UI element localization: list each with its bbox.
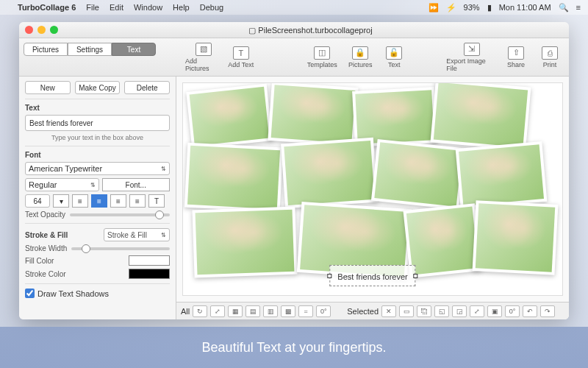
share-icon: ⇧ — [508, 46, 524, 60]
menu-debug[interactable]: Debug — [200, 3, 223, 12]
tab-pictures[interactable]: Pictures — [24, 43, 68, 56]
canvas-bottom-toolbar: All ↻ ⤢ ▦ ▤ ▥ ▩ = 0° Selected ✕ ▭ ⿻ ◱ ◲ … — [176, 302, 569, 319]
draw-shadows-checkbox[interactable]: Draw Text Shadows — [25, 289, 170, 298]
menu-file[interactable]: File — [86, 3, 99, 12]
font-panel-button[interactable]: Font... — [102, 178, 171, 191]
print-icon: ⎙ — [542, 46, 558, 60]
photo-tile[interactable] — [371, 139, 465, 210]
photo-tile[interactable] — [430, 82, 531, 151]
macos-menubar: TurboCollage 6 File Edit Window Help Deb… — [0, 0, 588, 15]
photo-tile[interactable] — [192, 207, 297, 278]
rotate-all-button[interactable]: 0° — [316, 305, 331, 317]
chevron-updown-icon: ⇅ — [161, 232, 166, 238]
add-text-button[interactable]: TAdd Text — [226, 46, 256, 68]
remove-selected-button[interactable]: ✕ — [381, 305, 396, 317]
font-section-heading: Font — [25, 151, 170, 159]
print-button[interactable]: ⎙Print — [535, 46, 564, 68]
chevron-down-icon[interactable]: ▾ — [53, 194, 69, 208]
tab-text[interactable]: Text — [112, 43, 156, 56]
new-text-button[interactable]: New — [25, 81, 71, 94]
stroke-color-label: Stroke Color — [25, 270, 66, 278]
stroke-width-label: Stroke Width — [25, 244, 67, 252]
grid-all-button[interactable]: ▦ — [228, 305, 243, 317]
tab-settings[interactable]: Settings — [68, 43, 112, 56]
bring-front-button[interactable]: ◲ — [452, 305, 467, 317]
close-window-button[interactable] — [25, 26, 33, 34]
stroke-mode-select[interactable]: Stroke & Fill⇅ — [104, 228, 170, 241]
share-button[interactable]: ⇧Share — [501, 46, 531, 68]
delete-text-button[interactable]: Delete — [124, 81, 170, 94]
align-justify-button[interactable]: ≡ — [129, 194, 146, 208]
selected-label: Selected — [347, 307, 379, 316]
text-box-button[interactable]: T — [148, 194, 165, 208]
spotlight-icon[interactable]: 🔍 — [559, 3, 569, 13]
export-button[interactable]: ⇲Export Image File — [446, 43, 497, 72]
battery-outline-icon: ▮ — [487, 3, 492, 13]
stroke-width-slider[interactable] — [71, 247, 170, 250]
add-pictures-button[interactable]: ▧Add Pictures — [185, 43, 222, 72]
battery-percent: 93% — [464, 3, 480, 12]
font-style-select[interactable]: Regular⇅ — [25, 178, 99, 191]
clock[interactable]: Mon 11:00 AM — [499, 3, 551, 12]
frame-selected-button[interactable]: ▭ — [399, 305, 414, 317]
opacity-slider[interactable] — [70, 213, 170, 216]
grid2-button[interactable]: ▤ — [245, 305, 260, 317]
fit-selected-button[interactable]: ⤢ — [470, 305, 484, 317]
window-filename: ▢ PileScreenshot.turbocollageproj — [58, 25, 563, 35]
resize-handle-right[interactable] — [414, 274, 418, 278]
align-center-button[interactable]: ≡ — [91, 194, 107, 208]
photo-tile[interactable] — [473, 200, 559, 275]
text-content-input[interactable] — [25, 115, 170, 131]
text-icon: T — [233, 46, 249, 60]
rotate-selected-button[interactable]: 0° — [505, 305, 520, 317]
photo-tile[interactable] — [184, 143, 283, 213]
zoom-window-button[interactable] — [50, 26, 58, 34]
equalize-button[interactable]: = — [298, 305, 313, 317]
minimize-window-button[interactable] — [37, 26, 46, 34]
photo-tile[interactable] — [281, 138, 378, 209]
fill-color-label: Fill Color — [25, 257, 54, 265]
send-back-button[interactable]: ◱ — [434, 305, 449, 317]
photo-tile[interactable] — [268, 82, 358, 146]
fast-user-icon[interactable]: ⏩ — [429, 3, 439, 13]
photo-tile[interactable] — [456, 141, 548, 209]
lock-icon: 🔒 — [352, 46, 368, 60]
canvas-text-overlay[interactable]: Best friends forever — [329, 265, 415, 286]
all-label: All — [181, 307, 190, 316]
stroke-section-heading: Stroke & Fill — [25, 231, 68, 239]
menu-help[interactable]: Help — [173, 3, 190, 12]
picture-plus-icon: ▧ — [196, 43, 212, 56]
text-inspector-sidebar: New Make Copy Delete Text Type your text… — [19, 77, 176, 319]
fill-selected-button[interactable]: ▣ — [487, 305, 502, 317]
font-size-input[interactable] — [25, 194, 50, 208]
menu-extras-icon[interactable]: ≡ — [576, 3, 581, 12]
lock-pictures-button[interactable]: 🔒Pictures — [345, 46, 375, 68]
canvas-area: Best friends forever All ↻ ⤢ ▦ ▤ ▥ ▩ = 0… — [176, 77, 569, 319]
text-section-heading: Text — [25, 104, 170, 112]
opacity-label: Text Opacity — [25, 210, 65, 219]
crop-selected-button[interactable]: ⿻ — [417, 305, 431, 317]
make-copy-button[interactable]: Make Copy — [75, 81, 121, 94]
collage-canvas[interactable]: Best friends forever — [182, 82, 563, 296]
font-family-select[interactable]: American Typewriter⇅ — [25, 162, 170, 175]
align-left-button[interactable]: ≡ — [72, 194, 88, 208]
fill-color-swatch[interactable] — [129, 255, 170, 266]
lock-text-button[interactable]: 🔓Text — [379, 46, 409, 68]
app-name[interactable]: TurboCollage 6 — [18, 3, 76, 12]
battery-icon[interactable]: ⚡ — [446, 3, 456, 13]
templates-button[interactable]: ◫Templates — [307, 46, 337, 68]
unlock-icon: 🔓 — [386, 46, 402, 60]
photo-tile[interactable] — [186, 83, 273, 149]
rotate-ccw-button[interactable]: ↶ — [523, 305, 537, 317]
menu-edit[interactable]: Edit — [110, 3, 123, 12]
rotate-cw-button[interactable]: ↷ — [540, 305, 555, 317]
expand-all-button[interactable]: ⤢ — [210, 305, 225, 317]
menu-window[interactable]: Window — [134, 3, 162, 12]
stroke-color-swatch[interactable] — [129, 269, 170, 279]
grid3-button[interactable]: ▥ — [263, 305, 278, 317]
align-right-button[interactable]: ≡ — [110, 194, 126, 208]
grid4-button[interactable]: ▩ — [281, 305, 295, 317]
text-input-hint: Type your text in the box above — [25, 134, 170, 141]
shuffle-all-button[interactable]: ↻ — [193, 305, 207, 317]
resize-handle-left[interactable] — [327, 274, 331, 278]
